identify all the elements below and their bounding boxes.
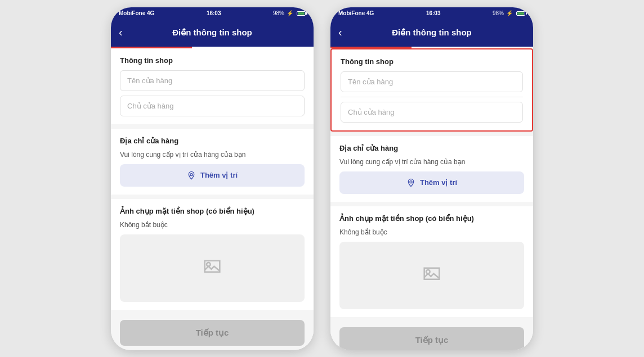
- phone-2: MobiFone 4G 16:03 98% ⚡ ‹ Điền thông tin…: [330, 7, 533, 350]
- continue-btn-2[interactable]: Tiếp tục: [339, 327, 524, 350]
- back-button-2[interactable]: ‹: [338, 26, 342, 39]
- upload-icon-1: [201, 257, 223, 279]
- back-button-1[interactable]: ‹: [119, 26, 123, 39]
- shop-info-title-2: Thông tin shop: [341, 57, 523, 66]
- battery-fill-1: [298, 12, 305, 15]
- location-icon-1: [187, 171, 196, 180]
- photo-box-1[interactable]: [120, 234, 305, 302]
- address-section-2: Địa chỉ cửa hàng Vui lòng cung cấp vị tr…: [330, 136, 533, 202]
- owner-name-input-1[interactable]: Chủ cửa hàng: [120, 96, 305, 116]
- store-name-input-1[interactable]: Tên cửa hàng: [120, 70, 305, 91]
- owner-name-input-2[interactable]: Chủ cửa hàng: [341, 102, 523, 123]
- nav-bar-1: ‹ Điền thông tin shop: [111, 20, 314, 47]
- upload-icon-2: [421, 264, 443, 287]
- photo-subtitle-2: Không bắt buộc: [339, 228, 524, 236]
- battery-pct-1: 98%: [273, 10, 284, 16]
- address-section-1: Địa chỉ cửa hàng Vui lòng cung cấp vị tr…: [111, 129, 314, 195]
- divider-2: [341, 97, 523, 97]
- bolt-icon-2: ⚡: [506, 10, 513, 16]
- address-subtitle-1: Vui lòng cung cấp vị trí cửa hàng của bạ…: [120, 151, 305, 159]
- continue-btn-1[interactable]: Tiếp tục: [120, 320, 305, 346]
- svg-point-2: [410, 180, 412, 183]
- add-location-btn-2[interactable]: Thêm vị trí: [339, 171, 524, 194]
- address-title-2: Địa chỉ cửa hàng: [339, 144, 524, 152]
- content-1: Thông tin shop Tên cửa hàng Chủ cửa hàng…: [111, 48, 314, 350]
- phone-1: MobiFone 4G 16:03 98% ⚡ ‹ Điền thông tin…: [111, 7, 314, 350]
- address-title-1: Địa chỉ cửa hàng: [120, 137, 305, 145]
- bolt-icon-1: ⚡: [287, 10, 293, 16]
- svg-point-0: [190, 173, 193, 175]
- nav-title-2: Điền thông tin shop: [330, 28, 533, 38]
- status-bar-2: MobiFone 4G 16:03 98% ⚡: [330, 7, 533, 20]
- photo-title-2: Ảnh chụp mặt tiền shop (có biển hiệu): [339, 214, 524, 223]
- nav-bar-2: ‹ Điền thông tin shop: [330, 20, 533, 47]
- address-subtitle-2: Vui lòng cung cấp vị trí cửa hàng của bạ…: [339, 158, 524, 166]
- photo-section-1: Ảnh chụp mặt tiền shop (có biển hiệu) Kh…: [111, 199, 314, 310]
- battery-icon-2: [516, 11, 525, 16]
- battery-fill-2: [517, 12, 524, 15]
- add-location-label-1: Thêm vị trí: [200, 171, 238, 179]
- shop-info-section-2: Thông tin shop Tên cửa hàng Chủ cửa hàng: [330, 48, 533, 132]
- status-right-1: 98% ⚡: [273, 10, 306, 16]
- shop-info-title-1: Thông tin shop: [120, 56, 305, 65]
- add-location-btn-1[interactable]: Thêm vị trí: [120, 164, 305, 187]
- status-right-2: 98% ⚡: [493, 10, 525, 16]
- content-2: Thông tin shop Tên cửa hàng Chủ cửa hàng…: [330, 48, 533, 350]
- status-bar-1: MobiFone 4G 16:03 98% ⚡: [111, 7, 314, 20]
- battery-icon-1: [297, 11, 306, 16]
- nav-title-1: Điền thông tin shop: [111, 28, 314, 38]
- store-name-input-2[interactable]: Tên cửa hàng: [341, 71, 523, 92]
- carrier-2: MobiFone 4G: [338, 10, 374, 16]
- location-icon-2: [406, 178, 415, 187]
- photo-title-1: Ảnh chụp mặt tiền shop (có biển hiệu): [120, 207, 305, 215]
- photo-section-2: Ảnh chụp mặt tiền shop (có biển hiệu) Kh…: [330, 206, 533, 317]
- add-location-label-2: Thêm vị trí: [420, 178, 457, 187]
- battery-pct-2: 98%: [493, 10, 504, 16]
- photo-subtitle-1: Không bắt buộc: [120, 221, 305, 229]
- carrier-1: MobiFone 4G: [119, 10, 154, 16]
- shop-info-section-1: Thông tin shop Tên cửa hàng Chủ cửa hàng: [111, 48, 314, 124]
- phones-container: MobiFone 4G 16:03 98% ⚡ ‹ Điền thông tin…: [111, 7, 533, 350]
- time-1: 16:03: [207, 10, 221, 16]
- time-2: 16:03: [426, 10, 441, 16]
- photo-box-2[interactable]: [339, 242, 524, 309]
